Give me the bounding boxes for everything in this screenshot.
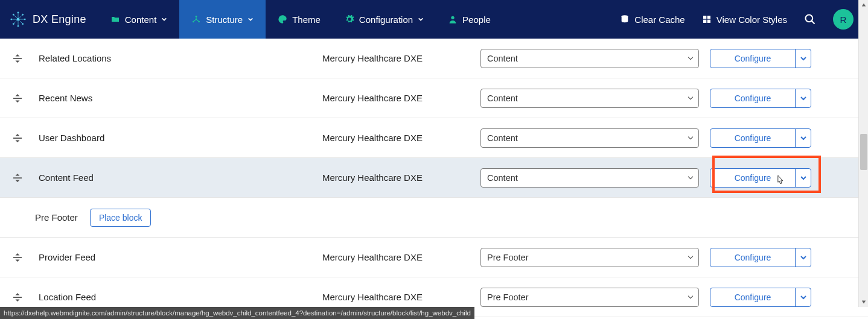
nav-configuration[interactable]: Configuration [333,0,436,39]
scroll-down-button[interactable] [859,297,868,307]
operations-toggle[interactable] [795,248,811,267]
block-title: Recent News [35,93,322,103]
operations-toggle[interactable] [795,49,811,68]
svg-point-14 [13,24,14,25]
configure-button[interactable]: Configure [710,89,795,107]
drag-handle-icon[interactable] [12,94,23,103]
nav-people[interactable]: People [436,0,503,39]
main-nav: Content Structure Theme Configuration Pe… [98,0,503,39]
svg-line-6 [13,19,18,24]
logo-icon [10,11,27,28]
table-row: User Dashboard Mercury Healthcare DXE Co… [0,118,868,158]
block-title: Provider Feed [35,252,322,262]
block-table: Related Locations Mercury Healthcare DXE… [0,39,868,317]
operations-dropbutton: Configure [710,288,811,307]
gear-icon [345,14,354,24]
block-category: Mercury Healthcare DXE [322,292,480,302]
clear-cache-button[interactable]: Clear Cache [620,14,685,25]
brand[interactable]: DX Engine [10,11,98,28]
place-block-button[interactable]: Place block [90,209,152,227]
svg-line-27 [812,21,815,24]
drag-handle-icon[interactable] [12,134,23,142]
region-select[interactable]: Content [480,49,699,68]
scroll-thumb[interactable] [860,134,867,170]
avatar[interactable]: R [833,9,854,30]
nav-theme[interactable]: Theme [266,0,333,39]
region-value: Content [487,93,518,103]
structure-icon [191,14,201,24]
configure-button[interactable]: Configure [710,288,795,306]
nav-structure[interactable]: Structure [179,0,266,39]
top-bar: DX Engine Content Structure Theme Config… [0,0,868,39]
operations-dropbutton: Configure [710,128,811,148]
operations-toggle[interactable] [795,129,811,147]
region-value: Content [487,133,518,143]
region-title: Pre Footer [35,212,78,223]
region-value: Pre Footer [487,292,529,302]
region-select[interactable]: Pre Footer [480,248,699,267]
chevron-down-icon [688,255,694,260]
operations-toggle[interactable] [795,288,811,306]
table-row: Content Feed Mercury Healthcare DXE Cont… [0,158,868,198]
database-icon [620,14,630,24]
operations-toggle[interactable] [795,89,811,107]
view-color-styles-button[interactable]: View Color Styles [702,14,787,25]
util-label: Clear Cache [634,14,685,25]
drag-handle-icon[interactable] [12,253,23,262]
block-title: Related Locations [35,53,322,63]
table-row: Provider Feed Mercury Healthcare DXE Pre… [0,238,868,277]
nav-label: Configuration [359,14,413,25]
scroll-up-button[interactable] [859,0,868,10]
block-category: Mercury Healthcare DXE [322,93,480,103]
chevron-down-icon [688,175,694,180]
block-title: User Dashboard [35,133,322,143]
operations-dropbutton: Configure [710,168,811,188]
nav-label: Theme [292,14,321,25]
avatar-initial: R [840,14,847,25]
chevron-down-icon [688,56,694,61]
chevron-down-icon [688,96,694,101]
vertical-scrollbar[interactable] [858,0,868,307]
svg-point-13 [18,25,19,27]
operations-dropbutton: Configure [710,49,811,68]
region-select[interactable]: Pre Footer [480,288,699,307]
configure-button[interactable]: Configure [710,129,795,147]
drag-handle-icon[interactable] [12,293,23,302]
palette-icon [278,14,287,24]
svg-point-9 [18,12,19,13]
region-select[interactable]: Content [480,128,699,148]
chevron-down-icon [688,136,694,141]
operations-toggle[interactable] [795,169,811,187]
svg-rect-24 [703,20,706,23]
region-select[interactable]: Content [480,89,699,108]
configure-button[interactable]: Configure [710,248,795,267]
drag-handle-icon[interactable] [12,54,23,63]
folder-icon [110,14,120,24]
nav-content[interactable]: Content [98,0,180,39]
svg-point-10 [22,14,24,15]
chevron-down-icon [161,16,167,22]
svg-line-8 [13,14,18,19]
table-row: Recent News Mercury Healthcare DXE Conte… [0,78,868,118]
block-category: Mercury Healthcare DXE [322,133,480,143]
drag-handle-icon[interactable] [12,174,23,182]
region-value: Content [487,54,518,63]
top-bar-right: Clear Cache View Color Styles R [620,9,863,30]
region-header-prefooter: Pre Footer Place block [0,198,868,238]
status-bar: https://dxehelp.webmdignite.com/admin/st… [0,307,474,319]
configure-button[interactable]: Configure [710,49,795,68]
nav-label: Structure [206,14,243,25]
svg-point-15 [11,19,12,20]
region-value: Content [487,173,518,183]
block-title: Location Feed [35,292,322,302]
svg-point-11 [24,19,25,20]
configure-button[interactable]: Configure [710,169,795,187]
chevron-down-icon [688,295,694,300]
svg-point-16 [13,14,14,15]
brand-text: DX Engine [33,13,86,26]
svg-point-20 [451,16,454,19]
block-category: Mercury Healthcare DXE [322,53,480,63]
nav-label: Content [125,14,157,25]
search-icon[interactable] [804,13,816,25]
region-select[interactable]: Content [480,168,699,188]
